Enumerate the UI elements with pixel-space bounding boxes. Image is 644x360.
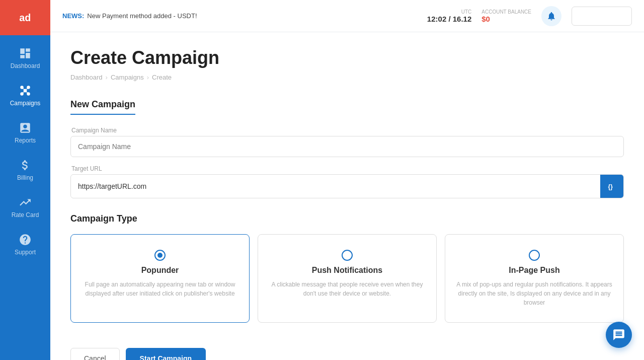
utc-label: UTC — [461, 9, 472, 15]
reports-icon — [18, 121, 33, 135]
popunder-radio — [154, 250, 166, 261]
account-balance-label: ACCOUNT BALANCE — [481, 9, 531, 15]
sidebar-item-reports-label: Reports — [15, 137, 36, 144]
campaign-type-title: Campaign Type — [70, 213, 624, 224]
notification-bell-button[interactable] — [541, 6, 561, 26]
breadcrumb: Dashboard › Campaigns › Create — [70, 74, 624, 81]
popunder-name: Popunder — [141, 266, 179, 275]
push-name: Push Notifications — [312, 266, 382, 275]
sidebar-item-dashboard[interactable]: Dashboard — [0, 39, 50, 77]
push-desc: A clickable message that people receive … — [268, 280, 426, 298]
account-balance-value: $0 — [481, 15, 490, 23]
sidebar-item-reports[interactable]: Reports — [0, 114, 50, 151]
url-action-button[interactable]: {} — [600, 175, 623, 198]
chat-support-button[interactable] — [606, 322, 632, 348]
sidebar-item-billing[interactable]: Billing — [0, 151, 50, 188]
sidebar-item-support[interactable]: Support — [0, 226, 50, 263]
content-area: Create Campaign Dashboard › Campaigns › … — [50, 32, 644, 360]
rate-card-icon — [18, 195, 33, 209]
dashboard-icon — [18, 46, 33, 60]
top-action-button[interactable] — [572, 7, 632, 26]
sidebar-item-campaigns-label: Campaigns — [10, 100, 41, 107]
breadcrumb-sep2: › — [147, 74, 149, 81]
campaign-type-in-page[interactable]: In-Page Push A mix of pop-ups and regula… — [445, 234, 624, 323]
news-bar: NEWS: New Payment method added - USDT! — [62, 12, 197, 20]
news-label: NEWS: — [62, 12, 84, 20]
curly-braces-icon: {} — [607, 182, 616, 191]
target-url-label: Target URL — [70, 165, 624, 172]
in-page-radio — [529, 250, 540, 261]
breadcrumb-sep1: › — [106, 74, 108, 81]
account-block: ACCOUNT BALANCE $0 — [481, 9, 531, 23]
campaign-type-push[interactable]: Push Notifications A clickable message t… — [258, 234, 437, 323]
campaign-type-popunder[interactable]: Popunder Full page an automatically appe… — [70, 234, 250, 323]
breadcrumb-dashboard[interactable]: Dashboard — [70, 74, 103, 81]
campaign-type-grid: Popunder Full page an automatically appe… — [70, 234, 624, 323]
in-page-desc: A mix of pop-ups and regular push notifi… — [455, 280, 613, 307]
app-logo: ad — [15, 7, 36, 28]
campaign-name-group: Campaign Name — [70, 127, 624, 157]
campaign-name-wrapper — [70, 136, 624, 157]
chat-icon — [612, 328, 625, 341]
in-page-name: In-Page Push — [509, 266, 559, 275]
sidebar-item-rate-card-label: Rate Card — [12, 211, 39, 219]
utc-time: 12:02 / 16.12 — [427, 15, 471, 23]
page-title: Create Campaign — [70, 47, 624, 68]
svg-text:ad: ad — [19, 12, 31, 23]
sidebar: ad Dashboard Campaigns Reports — [0, 0, 50, 360]
sidebar-item-billing-label: Billing — [17, 174, 33, 181]
news-text: New Payment method added - USDT! — [87, 12, 197, 20]
bell-icon — [546, 11, 556, 21]
campaign-name-label: Campaign Name — [70, 127, 624, 134]
breadcrumb-campaigns[interactable]: Campaigns — [111, 74, 144, 81]
utc-block: UTC 12:02 / 16.12 — [427, 9, 471, 23]
footer-actions: Cancel Start Campaign — [70, 343, 624, 360]
target-url-group: Target URL {} — [70, 165, 624, 198]
sidebar-logo: ad — [0, 0, 50, 35]
topbar-right: UTC 12:02 / 16.12 ACCOUNT BALANCE $0 — [427, 6, 632, 26]
section-title: New Campaign — [70, 99, 135, 115]
topbar: NEWS: New Payment method added - USDT! U… — [50, 0, 644, 32]
sidebar-item-dashboard-label: Dashboard — [11, 62, 40, 69]
billing-icon — [18, 158, 33, 172]
campaign-name-input[interactable] — [71, 136, 623, 157]
main-area: NEWS: New Payment method added - USDT! U… — [50, 0, 644, 360]
sidebar-item-campaigns[interactable]: Campaigns — [0, 77, 50, 114]
target-url-wrapper: {} — [70, 174, 624, 198]
cancel-button[interactable]: Cancel — [70, 348, 120, 360]
target-url-input[interactable] — [71, 176, 600, 196]
sidebar-item-support-label: Support — [15, 249, 36, 256]
popunder-desc: Full page an automatically appearing new… — [81, 280, 239, 298]
start-campaign-button[interactable]: Start Campaign — [126, 348, 206, 360]
campaigns-icon — [18, 84, 33, 98]
svg-text:{}: {} — [608, 183, 613, 190]
sidebar-item-rate-card[interactable]: Rate Card — [0, 188, 50, 226]
breadcrumb-create: Create — [152, 74, 172, 81]
push-radio — [342, 250, 353, 261]
support-icon — [18, 233, 33, 247]
